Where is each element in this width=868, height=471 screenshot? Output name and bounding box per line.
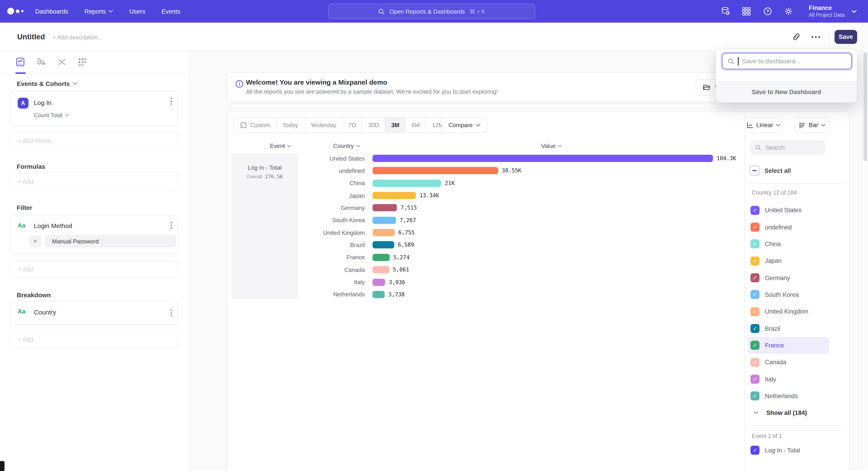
- legend-item-china[interactable]: ✓China: [748, 235, 829, 253]
- tab-flows-icon[interactable]: [57, 57, 67, 67]
- range-yesterday[interactable]: Yesterday: [304, 118, 342, 133]
- bar[interactable]: [373, 167, 498, 174]
- events-cohorts-header[interactable]: Events & Cohorts: [17, 80, 78, 87]
- nav-item-reports[interactable]: Reports: [85, 8, 113, 15]
- legend-item-brazil[interactable]: ✓Brazil: [748, 320, 829, 337]
- bar[interactable]: [373, 179, 441, 187]
- checkbox[interactable]: ✓: [750, 375, 760, 384]
- apps-grid-icon[interactable]: [741, 6, 751, 16]
- checkbox[interactable]: ✓: [750, 446, 760, 455]
- legend-event-item[interactable]: ✓ Log In - Total: [750, 446, 800, 455]
- range-3m[interactable]: 3M: [385, 118, 405, 133]
- add-breakdown-button[interactable]: + Add: [10, 330, 178, 348]
- filter-property-name[interactable]: Login Method: [34, 222, 72, 229]
- column-header-value[interactable]: Value: [541, 143, 562, 149]
- checkbox[interactable]: ✓: [750, 223, 760, 232]
- legend-item-germany[interactable]: ✓Germany: [748, 269, 829, 286]
- check-icon: ✓: [753, 275, 757, 281]
- filter-value[interactable]: Manual Password: [45, 235, 176, 247]
- aggregation-selector[interactable]: Count Total: [34, 112, 69, 119]
- range-6m[interactable]: 6M: [405, 118, 426, 133]
- nav-item-dashboards[interactable]: Dashboards: [35, 8, 68, 15]
- legend-item-netherlands[interactable]: ✓Netherlands: [748, 388, 829, 405]
- checkbox[interactable]: ✓: [750, 256, 760, 265]
- help-icon[interactable]: ?: [763, 6, 773, 16]
- show-all-toggle[interactable]: Show all (184): [745, 406, 807, 419]
- checkbox[interactable]: ✓: [750, 324, 760, 333]
- breakdown-property-name[interactable]: Country: [34, 308, 56, 316]
- report-title[interactable]: Untitled: [17, 33, 45, 41]
- copy-link-icon[interactable]: [792, 33, 801, 41]
- compare-button[interactable]: Compare: [442, 117, 488, 133]
- tab-funnels-icon[interactable]: [36, 57, 46, 67]
- bar[interactable]: [373, 266, 389, 273]
- bar[interactable]: [373, 217, 396, 224]
- legend-item-france[interactable]: ✓France: [748, 337, 829, 354]
- legend-item-japan[interactable]: ✓Japan: [748, 253, 829, 269]
- range-7d[interactable]: 7D: [342, 118, 362, 133]
- kebab-menu-icon[interactable]: [170, 222, 172, 229]
- bar[interactable]: [373, 204, 397, 211]
- select-all-row[interactable]: Select all: [750, 166, 791, 175]
- checkbox[interactable]: ✓: [750, 341, 760, 350]
- global-search-button[interactable]: Open Reports & Dashboards ⌘ + K: [328, 4, 535, 19]
- nav-item-events[interactable]: Events: [162, 8, 180, 15]
- filter-operator[interactable]: =: [29, 235, 41, 247]
- range-30d[interactable]: 30D: [362, 118, 385, 133]
- nav-item-users[interactable]: Users: [129, 8, 145, 15]
- legend-item-united-kingdom[interactable]: ✓United Kingdom: [748, 303, 829, 320]
- legend-item-canada[interactable]: ✓Canada: [748, 354, 829, 371]
- legend-item-undefined[interactable]: ✓undefined: [748, 219, 829, 236]
- metric-name[interactable]: Log In: [34, 99, 52, 106]
- bar[interactable]: [373, 291, 385, 298]
- more-actions-icon[interactable]: [811, 36, 820, 38]
- legend-item-italy[interactable]: ✓Italy: [748, 371, 829, 388]
- range-today[interactable]: Today: [276, 118, 304, 133]
- column-header-event[interactable]: Event: [270, 143, 291, 149]
- bar[interactable]: [373, 241, 394, 248]
- chevron-down-icon[interactable]: [852, 10, 857, 13]
- bar[interactable]: [373, 254, 390, 261]
- breakdown-card-country[interactable]: Aa Country: [10, 301, 178, 325]
- add-metric-button[interactable]: + Add Metric: [10, 132, 178, 150]
- metric-card-log-in[interactable]: A Log In Count Total: [10, 91, 178, 126]
- checkbox[interactable]: ✓: [750, 273, 760, 282]
- filter-card-login-method[interactable]: Aa Login Method = Manual Password: [10, 215, 178, 254]
- bar[interactable]: [373, 278, 385, 286]
- bar[interactable]: [373, 229, 395, 236]
- page-scrollbar[interactable]: [862, 23, 868, 471]
- range-custom[interactable]: Custom: [234, 118, 276, 133]
- checkbox[interactable]: ✓: [750, 240, 760, 248]
- scrollbar-thumb[interactable]: [864, 53, 867, 161]
- legend-search-input[interactable]: Search: [750, 140, 826, 155]
- tab-retention-icon[interactable]: [77, 57, 87, 67]
- kebab-menu-icon[interactable]: [170, 310, 172, 317]
- add-filter-button[interactable]: + Add: [10, 260, 178, 278]
- kebab-menu-icon[interactable]: [170, 98, 172, 105]
- chart-type-button[interactable]: Bar: [794, 117, 830, 133]
- checkbox[interactable]: ✓: [750, 391, 760, 401]
- data-management-icon[interactable]: [721, 6, 731, 16]
- checkbox[interactable]: ✓: [750, 307, 760, 316]
- save-button[interactable]: Save: [835, 30, 857, 44]
- add-description-placeholder[interactable]: + Add description...: [53, 34, 103, 41]
- event-series-cell[interactable]: Log In - Total Overall276.5K: [231, 153, 298, 299]
- checkbox[interactable]: ✓: [750, 206, 760, 215]
- scale-selector-button[interactable]: Linear: [745, 117, 781, 133]
- legend-item-south-korea[interactable]: ✓South Korea: [748, 286, 829, 303]
- save-to-new-dashboard-button[interactable]: Save to New Dashboard: [716, 82, 857, 102]
- save-dashboard-search-input[interactable]: Save to dashboard...: [722, 53, 852, 69]
- legend-item-united-states[interactable]: ✓United States: [748, 202, 829, 219]
- column-header-country[interactable]: Country: [333, 143, 360, 149]
- bar[interactable]: [373, 155, 713, 162]
- mixpanel-logo[interactable]: [7, 8, 24, 14]
- add-formula-button[interactable]: + Add: [10, 172, 178, 190]
- bar[interactable]: [373, 192, 416, 199]
- checkbox[interactable]: ✓: [750, 358, 760, 367]
- select-all-checkbox[interactable]: [750, 166, 759, 175]
- settings-gear-icon[interactable]: [783, 6, 794, 16]
- checkbox[interactable]: ✓: [750, 290, 760, 299]
- tab-insights-icon[interactable]: [16, 57, 25, 67]
- project-switcher[interactable]: Finance All Project Data: [809, 4, 845, 18]
- search-icon: [727, 58, 734, 64]
